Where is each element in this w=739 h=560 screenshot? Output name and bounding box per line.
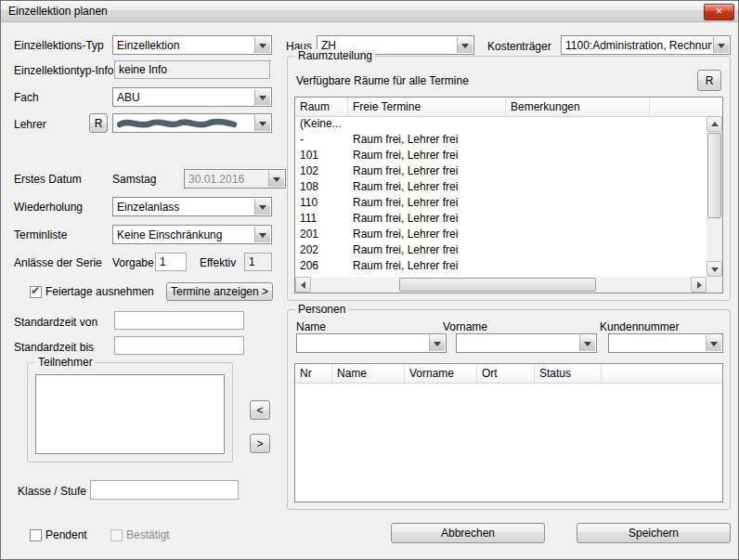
- chevron-down-icon[interactable]: [254, 37, 270, 53]
- fach-select[interactable]: ABU: [112, 87, 272, 107]
- erstes-datum-value: 30.01.2016: [188, 173, 267, 186]
- kostentraeger-select[interactable]: 1100:Administration, Rechnung: [561, 35, 731, 55]
- fach-value: ABU: [117, 91, 253, 104]
- chevron-down-icon[interactable]: [268, 171, 284, 187]
- klasse-stufe-field[interactable]: [90, 480, 239, 500]
- abbrechen-button[interactable]: Abbrechen: [391, 523, 545, 543]
- anlaesse-serie-label: Anlässe der Serie: [14, 256, 102, 269]
- table-row[interactable]: 102 Raum frei, Lehrer frei: [295, 163, 707, 179]
- personen-table: Nr Name Vorname Ort Status: [294, 363, 723, 502]
- cell-freie-termine: Raum frei, Lehrer frei: [348, 227, 506, 242]
- table-row[interactable]: 110 Raum frei, Lehrer frei: [295, 195, 707, 211]
- raumzuteilung-group-label: Raumzuteilung: [295, 49, 375, 62]
- chevron-down-icon[interactable]: [254, 227, 270, 242]
- teilnehmer-group: Teilnehmer: [27, 362, 233, 462]
- column-header-ort[interactable]: Ort: [477, 364, 535, 383]
- raumzuteilung-r-button[interactable]: R: [697, 70, 721, 91]
- scroll-left-button[interactable]: [295, 277, 311, 293]
- table-row[interactable]: 108 Raum frei, Lehrer frei: [295, 179, 707, 195]
- column-header-vorname[interactable]: Vorname: [405, 364, 477, 383]
- cell-freie-termine: Raum frei, Lehrer frei: [348, 179, 506, 195]
- table-row[interactable]: 206 Raum frei, Lehrer frei: [295, 258, 707, 274]
- table-row[interactable]: 201 Raum frei, Lehrer frei: [295, 227, 707, 242]
- cell-raum: 111: [295, 211, 348, 227]
- klasse-stufe-label: Klasse / Stufe: [18, 485, 86, 498]
- table-row[interactable]: 101 Raum frei, Lehrer frei: [295, 148, 707, 163]
- lehrer-r-button[interactable]: R: [89, 113, 108, 133]
- table-row[interactable]: (Keine...: [295, 116, 707, 132]
- cell-bemerkungen: [506, 163, 650, 179]
- close-button[interactable]: ✕: [704, 4, 734, 20]
- table-row[interactable]: - Raum frei, Lehrer frei: [295, 132, 707, 148]
- einzellektions-typ-select[interactable]: Einzellektion: [112, 35, 272, 55]
- feiertage-label: Feiertage ausnehmen: [45, 285, 154, 298]
- column-header-nr[interactable]: Nr: [295, 364, 332, 383]
- personen-kundennummer-select[interactable]: [608, 333, 723, 353]
- column-header-status[interactable]: Status: [535, 364, 602, 383]
- standardzeit-von-field[interactable]: [114, 311, 244, 330]
- bestaetigt-label: Bestätigt: [126, 528, 170, 541]
- chevron-down-icon[interactable]: [713, 37, 729, 53]
- move-right-button[interactable]: >: [250, 434, 270, 453]
- vertical-scrollbar[interactable]: [707, 116, 722, 277]
- chevron-down-icon[interactable]: [706, 335, 721, 351]
- scroll-up-button[interactable]: [707, 116, 722, 132]
- vorgabe-field[interactable]: [155, 253, 187, 271]
- vscroll-thumb[interactable]: [707, 133, 721, 218]
- personen-name-label: Name: [296, 320, 326, 333]
- table-row[interactable]: 111 Raum frei, Lehrer frei: [295, 211, 707, 227]
- chevron-down-icon[interactable]: [254, 199, 270, 215]
- erstes-datum-weekday: Samstag: [112, 173, 156, 186]
- personen-table-header: Nr Name Vorname Ort Status: [295, 364, 722, 384]
- termine-anzeigen-button[interactable]: Termine anzeigen >: [166, 282, 273, 301]
- cell-freie-termine: Raum frei, Lehrer frei: [348, 132, 506, 148]
- kostentraeger-value: 1100:Administration, Rechnung: [565, 39, 712, 52]
- column-header-bemerkungen[interactable]: Bemerkungen: [506, 98, 650, 116]
- move-left-button[interactable]: <: [250, 400, 270, 420]
- feiertage-checkbox[interactable]: [30, 286, 42, 298]
- cell-raum: 108: [295, 179, 348, 195]
- einzellektiontyp-info-field: [114, 60, 270, 79]
- cell-bemerkungen: [506, 148, 650, 163]
- personen-name-select[interactable]: [296, 333, 447, 353]
- hscroll-thumb[interactable]: [399, 278, 596, 292]
- chevron-down-icon[interactable]: [429, 335, 445, 351]
- title-bar[interactable]: Einzellektion planen ✕: [1, 1, 738, 22]
- cell-freie-termine: [348, 116, 506, 132]
- cell-bemerkungen: [506, 227, 650, 242]
- chevron-down-icon[interactable]: [254, 89, 270, 105]
- cell-bemerkungen: [506, 195, 650, 211]
- column-header-raum[interactable]: Raum: [295, 98, 348, 116]
- teilnehmer-list[interactable]: [35, 374, 225, 454]
- lehrer-select[interactable]: [112, 113, 272, 133]
- speichern-button[interactable]: Speichern: [577, 523, 731, 543]
- cell-bemerkungen: [506, 116, 650, 132]
- standardzeit-bis-field[interactable]: [114, 336, 244, 355]
- cell-freie-termine: Raum frei, Lehrer frei: [348, 195, 506, 211]
- scroll-right-button[interactable]: [691, 277, 707, 293]
- cell-raum: 110: [295, 195, 348, 211]
- personen-vorname-select[interactable]: [456, 333, 597, 353]
- cell-freie-termine: Raum frei, Lehrer frei: [348, 163, 506, 179]
- scroll-down-button[interactable]: [707, 261, 722, 277]
- cell-raum: (Keine...: [295, 116, 348, 132]
- column-header-name[interactable]: Name: [332, 364, 405, 383]
- table-row[interactable]: 202 Raum frei, Lehrer frei: [295, 242, 707, 258]
- cell-freie-termine: Raum frei, Lehrer frei: [348, 211, 506, 227]
- erstes-datum-select[interactable]: 30.01.2016: [184, 169, 286, 189]
- cell-bemerkungen: [506, 258, 650, 274]
- cell-freie-termine: Raum frei, Lehrer frei: [348, 242, 506, 258]
- terminliste-select[interactable]: Keine Einschränkung: [112, 225, 272, 244]
- pendent-checkbox[interactable]: [30, 529, 42, 541]
- chevron-down-icon[interactable]: [579, 335, 595, 351]
- chevron-down-icon[interactable]: [254, 115, 270, 131]
- horizontal-scrollbar[interactable]: [295, 277, 707, 293]
- chevron-down-icon[interactable]: [457, 37, 473, 53]
- wiederholung-select[interactable]: Einzelanlass: [112, 197, 272, 216]
- einzellektiontyp-info-label: Einzellektiontyp-Info: [14, 64, 113, 77]
- dialog-window: Einzellektion planen ✕ Einzellektions-Ty…: [0, 0, 739, 560]
- cell-bemerkungen: [506, 242, 650, 258]
- column-header-freie-termine[interactable]: Freie Termine: [348, 98, 506, 116]
- standardzeit-von-label: Standardzeit von: [14, 316, 97, 329]
- kostentraeger-label: Kostenträger: [487, 40, 551, 53]
